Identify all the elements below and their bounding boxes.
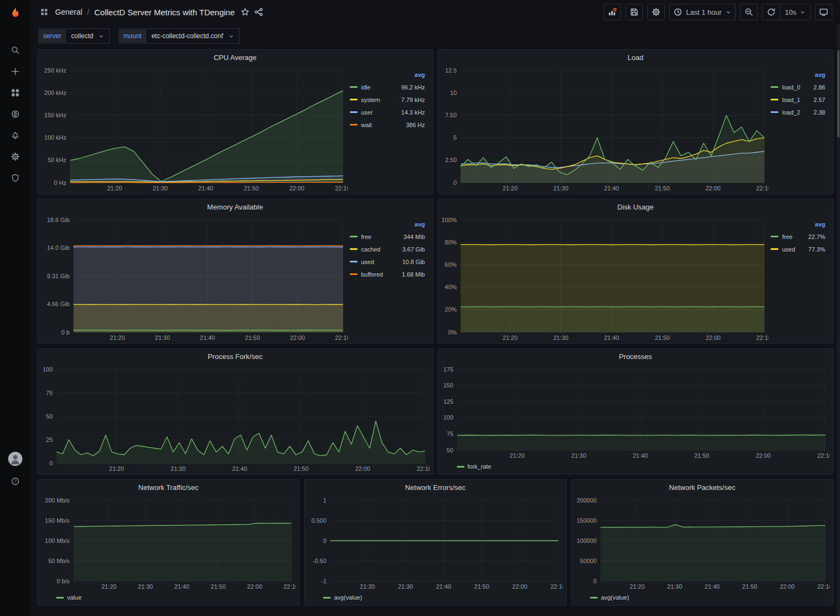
panel-title[interactable]: Network Traffic/sec — [38, 480, 299, 495]
panel-title[interactable]: CPU Average — [38, 50, 433, 65]
svg-text:100: 100 — [43, 366, 52, 373]
panel-title[interactable]: Disk Usage — [438, 199, 833, 214]
panel-title[interactable]: Network Packets/sec — [571, 480, 833, 495]
panel-title[interactable]: Process Fork/sec — [38, 349, 433, 364]
time-range-picker[interactable]: Last 1 hour — [669, 4, 736, 20]
svg-text:0%: 0% — [448, 329, 456, 336]
legend: avgfree22.7%used77.3% — [768, 214, 830, 342]
variable-mount[interactable]: mount etc-collectd-collectd.conf — [118, 28, 240, 44]
panel-memory-available: Memory Available21:2021:3021:4021:5022:0… — [37, 199, 433, 344]
svg-text:22:00: 22:00 — [290, 334, 305, 341]
svg-text:22:10: 22:10 — [756, 334, 768, 341]
refresh-interval-picker[interactable]: 10s — [780, 4, 810, 20]
svg-text:22:10: 22:10 — [416, 465, 429, 472]
legend-avg-header[interactable]: avg — [771, 71, 826, 78]
scrollbar-track[interactable] — [837, 24, 840, 616]
save-icon — [630, 8, 639, 16]
panel-title[interactable]: Memory Available — [38, 199, 433, 214]
save-dashboard-button[interactable] — [625, 4, 643, 20]
svg-text:21:40: 21:40 — [604, 334, 619, 341]
chart-disk-usage: 21:2021:3021:4021:5022:0022:100%20%40%60… — [439, 214, 769, 342]
breadcrumb-folder[interactable]: General — [55, 8, 82, 16]
svg-text:21:50: 21:50 — [654, 185, 670, 192]
add-panel-button[interactable] — [604, 4, 621, 20]
legend-series-name[interactable]: avg(value) — [323, 594, 362, 601]
legend-series-name[interactable]: buffered — [361, 271, 383, 278]
chart-processes: 21:2021:3021:4021:5022:0022:105075100125… — [439, 364, 830, 460]
legend-series-name[interactable]: avg(value) — [590, 594, 629, 601]
svg-text:21:50: 21:50 — [474, 583, 490, 590]
panel-title[interactable]: Network Errors/sec — [305, 480, 566, 495]
dashboard-title[interactable]: CollectD Server Metrics with TDengine — [94, 8, 235, 17]
legend-series-value: 2.38 — [814, 109, 826, 116]
legend-row: system7.79 kHz — [350, 93, 426, 106]
svg-text:21:50: 21:50 — [245, 334, 260, 341]
legend-avg-header[interactable]: avg — [350, 71, 426, 78]
legend-avg-header[interactable]: avg — [350, 221, 426, 228]
legend-series-name[interactable]: used — [361, 259, 374, 265]
variable-server-value[interactable]: collectd — [66, 28, 110, 44]
svg-text:12.5: 12.5 — [445, 67, 456, 74]
svg-text:-1: -1 — [321, 578, 326, 584]
svg-text:?: ? — [14, 479, 17, 484]
configuration-gear-icon[interactable] — [4, 146, 26, 167]
legend-series-name[interactable]: free — [361, 234, 372, 240]
panel-processes: Processes21:2021:3021:4021:5022:0022:105… — [438, 348, 834, 475]
legend-series-value: 14.3 kHz — [401, 109, 426, 116]
refresh-button[interactable] — [762, 4, 780, 20]
legend-swatch — [56, 597, 64, 599]
variable-server-label: server — [38, 28, 66, 44]
user-avatar[interactable] — [8, 452, 22, 466]
svg-text:21:40: 21:40 — [436, 583, 451, 590]
legend-series-name[interactable]: load_0 — [782, 84, 800, 91]
svg-text:22:10: 22:10 — [817, 452, 830, 459]
legend-series-name[interactable]: load_1 — [782, 97, 800, 103]
dashboard-header: General / CollectD Server Metrics with T… — [31, 0, 840, 24]
legend-series-name[interactable]: free — [782, 234, 793, 240]
dashboard-grid-icon[interactable] — [38, 6, 50, 18]
legend-series-name[interactable]: user — [361, 109, 373, 116]
legend-row: load_12.57 — [771, 93, 826, 106]
svg-text:22:00: 22:00 — [247, 583, 263, 590]
panel-title[interactable]: Processes — [438, 349, 833, 364]
legend-series-name[interactable]: system — [361, 97, 380, 103]
legend-series-name[interactable]: cached — [361, 246, 380, 253]
alerting-bell-icon[interactable] — [4, 124, 26, 146]
legend-series-value: 3.67 Gib — [402, 246, 426, 253]
svg-text:21:20: 21:20 — [360, 583, 375, 590]
main-content: General / CollectD Server Metrics with T… — [31, 0, 840, 616]
svg-text:21:30: 21:30 — [553, 185, 568, 192]
panel-title[interactable]: Load — [438, 50, 833, 65]
svg-text:21:20: 21:20 — [502, 185, 517, 192]
zoom-out-icon — [744, 8, 753, 16]
svg-text:22:00: 22:00 — [755, 452, 771, 459]
legend-series-name[interactable]: wait — [361, 122, 372, 128]
search-icon[interactable] — [4, 39, 26, 61]
svg-text:22:00: 22:00 — [705, 185, 720, 192]
legend-series-value: 77.3% — [808, 246, 826, 253]
zoom-out-button[interactable] — [740, 4, 758, 20]
create-plus-icon[interactable] — [4, 61, 26, 82]
svg-text:21:40: 21:40 — [198, 185, 213, 192]
variable-mount-value[interactable]: etc-collectd-collectd.conf — [146, 28, 239, 44]
legend-series-name[interactable]: value — [56, 594, 81, 601]
variable-server[interactable]: server collectd — [38, 28, 110, 44]
scrollbar-thumb[interactable] — [837, 50, 839, 137]
server-admin-shield-icon[interactable] — [4, 167, 26, 188]
legend-series-name[interactable]: load_2 — [782, 109, 800, 116]
legend-series-name[interactable]: fork_rate — [457, 463, 491, 470]
dashboard-settings-button[interactable] — [647, 4, 665, 20]
svg-text:21:50: 21:50 — [294, 465, 309, 472]
legend-series-name[interactable]: idle — [361, 84, 371, 91]
cycle-view-mode-button[interactable] — [815, 4, 832, 20]
star-icon[interactable] — [241, 8, 249, 16]
legend-series-name[interactable]: used — [782, 246, 795, 253]
grafana-logo[interactable] — [4, 3, 26, 25]
help-icon[interactable]: ? — [4, 470, 26, 492]
explore-compass-icon[interactable] — [4, 103, 26, 124]
svg-text:22:10: 22:10 — [335, 185, 348, 192]
share-icon[interactable] — [254, 8, 263, 16]
legend-avg-header[interactable]: avg — [771, 221, 826, 228]
time-range-label: Last 1 hour — [686, 8, 722, 16]
dashboards-icon[interactable] — [4, 82, 26, 103]
